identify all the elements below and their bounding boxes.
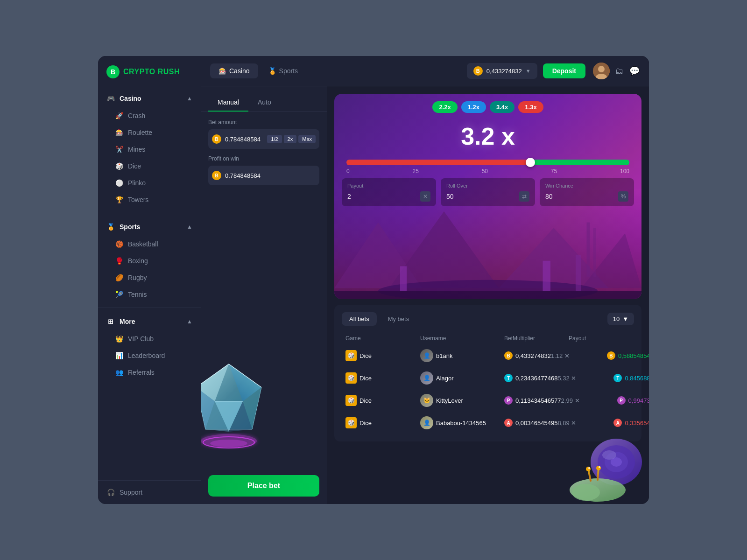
referrals-icon: 👥 [115,368,123,377]
app-container: B CRYPTO RUSH 🎮 Casino ▲ 🚀 Crash 🎰 Roule… [98,56,649,504]
rugby-icon: 🏉 [115,273,123,282]
gem-decoration [201,355,275,457]
svg-rect-25 [543,261,550,291]
sidebar-more-header[interactable]: ⊞ More ▲ [98,313,201,330]
tab-casino-label: Casino [229,67,250,75]
sidebar-casino-header[interactable]: 🎮 Casino ▲ [98,90,201,107]
casino-section-label: Casino [120,95,141,102]
cell-payout-3: P 0,99473784785 [617,396,649,405]
sidebar-item-vip[interactable]: 👑 VIP Club [98,330,201,347]
dice-slider-container: 0 25 50 75 100 [342,160,634,175]
tab-auto[interactable]: Auto [248,94,281,112]
sidebar-item-boxing[interactable]: 🥊 Boxing [98,252,201,269]
sidebar-item-referrals[interactable]: 👥 Referrals [98,364,201,381]
dice-game-icon-2: 🎲 [345,372,357,384]
towers-icon: 🏆 [115,196,123,204]
table-row[interactable]: 🎲 Dice 👤 Alagor T 0,23436477468 5,32 [342,367,634,389]
dice-slider-thumb[interactable] [526,158,535,167]
tab-my-bets[interactable]: My bets [381,312,417,326]
double-button[interactable]: 2x [284,135,297,143]
more-section-icon: ⊞ [106,317,115,326]
sidebar-item-basketball[interactable]: 🏀 Basketball [98,236,201,252]
bet-coin-1: B [504,351,513,360]
cell-multiplier-4: 8,89 ✕ [557,420,613,427]
cell-game-4: 🎲 Dice [345,417,420,428]
table-row[interactable]: 🎲 Dice 🐱 KittyLover P 0,113434546577 [342,389,634,412]
sidebar-item-towers[interactable]: 🏆 Towers [98,191,201,208]
label-0: 0 [346,168,350,175]
tab-casino[interactable]: 🎰 Casino [210,63,258,78]
max-button[interactable]: Max [298,135,316,143]
multiplier-badge-2[interactable]: 1.2x [461,101,486,113]
mines-icon: ✂️ [115,145,123,154]
plinko-icon: ⚪ [115,179,123,187]
bets-count-chevron: ▼ [622,315,628,322]
bet-amount-value: 0.784848584 [225,136,265,143]
sidebar-item-crash[interactable]: 🚀 Crash [98,107,201,124]
col-bet: Bet [504,335,513,342]
payout-coin-4: A [613,419,622,427]
table-row[interactable]: 🎲 Dice 👤 b1ank B 0,433274832 1.12 ✕ [342,344,634,367]
bet-tabs: Manual Auto [201,86,327,112]
payout-coin-1: B [607,351,615,360]
place-bet-button[interactable]: Place bet [208,475,319,497]
sidebar-item-mines[interactable]: ✂️ Mines [98,141,201,158]
tab-all-bets[interactable]: All bets [342,312,377,326]
balance-chip[interactable]: B 0,433274832 ▼ [467,63,537,79]
chat-icon[interactable]: 💬 [629,66,640,76]
dice-game-icon-3: 🎲 [345,395,357,406]
multiplier-badge-3[interactable]: 3.4x [490,101,514,113]
user-avatar[interactable] [593,63,610,79]
sidebar-item-tennis[interactable]: 🎾 Tennis [98,286,201,303]
svg-rect-23 [334,291,641,299]
user-avatar-2: 👤 [420,371,433,385]
half-button[interactable]: 1/2 [267,135,282,143]
label-25: 25 [412,168,418,175]
top-nav: 🎰 Casino 🏅 Sports B 0,433274832 ▼ Deposi… [201,56,649,86]
multiplier-badge-1[interactable]: 2.2x [432,101,457,113]
cell-multiplier-1: 1.12 ✕ [551,352,607,359]
sidebar-item-rugby[interactable]: 🏉 Rugby [98,269,201,286]
balance-chevron-icon: ▼ [526,68,531,74]
sidebar-support[interactable]: 🎧 Support [98,480,201,504]
cell-user-4: 👤 Bababou-1434565 [420,416,504,429]
sidebar-item-plinko[interactable]: ⚪ Plinko [98,175,201,191]
bets-section: All bets My bets 10 ▼ Game Username Bet … [334,305,641,441]
casino-chevron-icon: ▲ [187,95,192,102]
tab-sports[interactable]: 🏅 Sports [260,63,306,78]
logo-text: CRYPTO RUSH [123,68,180,76]
sidebar-sports-header[interactable]: 🏅 Sports ▲ [98,218,201,236]
current-multiplier-display: 3.2 x [342,122,634,150]
deposit-button[interactable]: Deposit [543,63,585,78]
bet-coin-4: A [504,419,513,427]
cell-payout-4: A 0,33565476878 [613,419,649,427]
main-content: 🎰 Casino 🏅 Sports B 0,433274832 ▼ Deposi… [201,56,649,504]
cell-bet-1: B 0,433274832 [504,351,551,360]
basketball-label: Basketball [128,240,158,248]
bets-count-selector[interactable]: 10 ▼ [607,313,634,325]
dice-slider-track[interactable] [346,160,629,165]
plinko-label: Plinko [128,179,146,187]
dice-icon: 🎲 [115,162,123,170]
sidebar-casino-section: 🎮 Casino ▲ 🚀 Crash 🎰 Roulette ✂️ Mines 🎲… [98,88,201,210]
dice-game-card: 2.2x 1.2x 3.4x 1.3x 3.2 x [334,94,641,299]
sidebar-item-dice[interactable]: 🎲 Dice [98,158,201,175]
slider-labels: 0 25 50 75 100 [346,168,629,175]
svg-rect-26 [576,255,581,291]
basketball-icon: 🏀 [115,240,123,248]
sidebar: B CRYPTO RUSH 🎮 Casino ▲ 🚀 Crash 🎰 Roule… [98,56,201,504]
logo[interactable]: B CRYPTO RUSH [98,56,201,88]
sidebar-item-roulette[interactable]: 🎰 Roulette [98,124,201,141]
tab-manual[interactable]: Manual [208,94,248,112]
label-50: 50 [482,168,488,175]
roulette-label: Roulette [128,129,152,136]
notification-icon[interactable]: 🗂 [615,66,624,76]
svg-rect-24 [400,266,407,291]
multiplier-badge-4[interactable]: 1.3x [518,101,543,113]
table-row[interactable]: 🎲 Dice 👤 Bababou-1434565 A 0,00346545495 [342,412,634,434]
sports-chevron-icon: ▲ [187,224,192,230]
sports-section-label: Sports [120,223,140,231]
bets-header: All bets My bets 10 ▼ [342,312,634,326]
sidebar-item-leaderboard[interactable]: 📊 Leaderboard [98,347,201,364]
tab-sports-icon: 🏅 [268,67,276,75]
